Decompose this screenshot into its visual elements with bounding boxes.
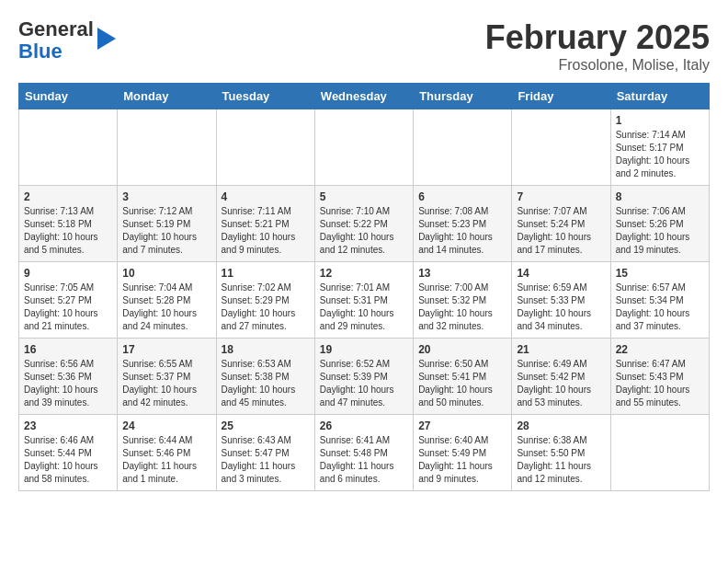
day-info: Sunrise: 7:06 AM Sunset: 5:26 PM Dayligh… [616, 206, 690, 255]
day-number: 28 [517, 419, 605, 432]
calendar-week-row: 23Sunrise: 6:46 AM Sunset: 5:44 PM Dayli… [19, 415, 710, 491]
calendar-day-cell: 22Sunrise: 6:47 AM Sunset: 5:43 PM Dayli… [610, 339, 709, 415]
weekday-header-cell: Thursday [414, 84, 512, 109]
day-number: 23 [24, 419, 112, 432]
day-number: 20 [418, 343, 506, 356]
calendar-week-row: 1Sunrise: 7:14 AM Sunset: 5:17 PM Daylig… [19, 109, 710, 186]
day-number: 26 [320, 419, 408, 432]
calendar-day-cell: 6Sunrise: 7:08 AM Sunset: 5:23 PM Daylig… [414, 186, 512, 262]
calendar-body: 1Sunrise: 7:14 AM Sunset: 5:17 PM Daylig… [19, 109, 710, 491]
calendar-day-cell [216, 109, 314, 186]
day-info: Sunrise: 6:55 AM Sunset: 5:37 PM Dayligh… [122, 359, 197, 408]
calendar-day-cell: 9Sunrise: 7:05 AM Sunset: 5:27 PM Daylig… [19, 262, 118, 339]
weekday-header-cell: Friday [512, 84, 610, 109]
day-info: Sunrise: 6:40 AM Sunset: 5:49 PM Dayligh… [418, 435, 493, 484]
calendar-table: SundayMondayTuesdayWednesdayThursdayFrid… [18, 83, 710, 491]
day-info: Sunrise: 7:02 AM Sunset: 5:29 PM Dayligh… [222, 282, 296, 331]
weekday-header-cell: Saturday [610, 84, 709, 109]
calendar-day-cell: 25Sunrise: 6:43 AM Sunset: 5:47 PM Dayli… [216, 415, 314, 491]
day-number: 2 [24, 190, 112, 203]
weekday-header-cell: Tuesday [216, 84, 314, 109]
day-number: 1 [616, 114, 704, 127]
calendar-day-cell: 16Sunrise: 6:56 AM Sunset: 5:36 PM Dayli… [19, 339, 118, 415]
day-number: 13 [418, 267, 506, 280]
title-area: February 2025 Frosolone, Molise, Italy [485, 18, 710, 74]
day-number: 6 [418, 190, 506, 203]
day-info: Sunrise: 7:05 AM Sunset: 5:27 PM Dayligh… [24, 282, 98, 331]
logo-general: General [18, 17, 94, 40]
calendar-day-cell: 28Sunrise: 6:38 AM Sunset: 5:50 PM Dayli… [512, 415, 610, 491]
day-number: 7 [517, 190, 605, 203]
day-info: Sunrise: 6:57 AM Sunset: 5:34 PM Dayligh… [616, 282, 690, 331]
day-number: 18 [222, 343, 310, 356]
calendar-day-cell: 8Sunrise: 7:06 AM Sunset: 5:26 PM Daylig… [610, 186, 709, 262]
day-number: 15 [616, 267, 704, 280]
day-info: Sunrise: 7:07 AM Sunset: 5:24 PM Dayligh… [517, 206, 591, 255]
day-info: Sunrise: 7:14 AM Sunset: 5:17 PM Dayligh… [616, 130, 690, 178]
weekday-header-cell: Sunday [19, 84, 118, 109]
calendar-day-cell: 27Sunrise: 6:40 AM Sunset: 5:49 PM Dayli… [414, 415, 512, 491]
calendar-day-cell: 7Sunrise: 7:07 AM Sunset: 5:24 PM Daylig… [512, 186, 610, 262]
logo-arrow-icon [97, 28, 116, 50]
calendar-week-row: 2Sunrise: 7:13 AM Sunset: 5:18 PM Daylig… [19, 186, 710, 262]
day-info: Sunrise: 6:43 AM Sunset: 5:47 PM Dayligh… [222, 435, 296, 484]
calendar-day-cell [414, 109, 512, 186]
day-info: Sunrise: 7:11 AM Sunset: 5:21 PM Dayligh… [222, 206, 296, 255]
day-info: Sunrise: 6:47 AM Sunset: 5:43 PM Dayligh… [616, 359, 690, 408]
calendar-day-cell: 24Sunrise: 6:44 AM Sunset: 5:46 PM Dayli… [118, 415, 216, 491]
day-info: Sunrise: 6:38 AM Sunset: 5:50 PM Dayligh… [517, 435, 591, 484]
calendar-day-cell: 2Sunrise: 7:13 AM Sunset: 5:18 PM Daylig… [19, 186, 118, 262]
calendar-day-cell [314, 109, 413, 186]
calendar-day-cell [512, 109, 610, 186]
logo: General Blue [18, 18, 116, 63]
calendar-day-cell: 21Sunrise: 6:49 AM Sunset: 5:42 PM Dayli… [512, 339, 610, 415]
day-info: Sunrise: 7:01 AM Sunset: 5:31 PM Dayligh… [320, 282, 394, 331]
day-number: 9 [24, 267, 112, 280]
day-number: 19 [320, 343, 408, 356]
calendar-day-cell: 11Sunrise: 7:02 AM Sunset: 5:29 PM Dayli… [216, 262, 314, 339]
day-number: 3 [122, 190, 210, 203]
calendar-day-cell: 18Sunrise: 6:53 AM Sunset: 5:38 PM Dayli… [216, 339, 314, 415]
day-info: Sunrise: 6:59 AM Sunset: 5:33 PM Dayligh… [517, 282, 591, 331]
calendar-day-cell: 3Sunrise: 7:12 AM Sunset: 5:19 PM Daylig… [118, 186, 216, 262]
calendar-week-row: 9Sunrise: 7:05 AM Sunset: 5:27 PM Daylig… [19, 262, 710, 339]
day-info: Sunrise: 6:56 AM Sunset: 5:36 PM Dayligh… [24, 359, 98, 408]
day-number: 22 [616, 343, 704, 356]
day-number: 24 [122, 419, 210, 432]
calendar-day-cell: 20Sunrise: 6:50 AM Sunset: 5:41 PM Dayli… [414, 339, 512, 415]
weekday-header-cell: Monday [118, 84, 216, 109]
calendar-day-cell: 23Sunrise: 6:46 AM Sunset: 5:44 PM Dayli… [19, 415, 118, 491]
calendar-day-cell: 15Sunrise: 6:57 AM Sunset: 5:34 PM Dayli… [610, 262, 709, 339]
day-number: 10 [122, 267, 210, 280]
day-number: 27 [418, 419, 506, 432]
day-info: Sunrise: 6:44 AM Sunset: 5:46 PM Dayligh… [122, 435, 197, 484]
day-info: Sunrise: 7:10 AM Sunset: 5:22 PM Dayligh… [320, 206, 394, 255]
calendar-week-row: 16Sunrise: 6:56 AM Sunset: 5:36 PM Dayli… [19, 339, 710, 415]
calendar-day-cell: 12Sunrise: 7:01 AM Sunset: 5:31 PM Dayli… [314, 262, 413, 339]
calendar-day-cell: 1Sunrise: 7:14 AM Sunset: 5:17 PM Daylig… [610, 109, 709, 186]
day-info: Sunrise: 7:13 AM Sunset: 5:18 PM Dayligh… [24, 206, 98, 255]
calendar-day-cell: 19Sunrise: 6:52 AM Sunset: 5:39 PM Dayli… [314, 339, 413, 415]
day-info: Sunrise: 6:41 AM Sunset: 5:48 PM Dayligh… [320, 435, 394, 484]
day-number: 8 [616, 190, 704, 203]
day-info: Sunrise: 6:52 AM Sunset: 5:39 PM Dayligh… [320, 359, 394, 408]
day-number: 4 [222, 190, 310, 203]
day-number: 17 [122, 343, 210, 356]
page-header: General Blue February 2025 Frosolone, Mo… [18, 18, 710, 74]
day-number: 14 [517, 267, 605, 280]
day-info: Sunrise: 7:00 AM Sunset: 5:32 PM Dayligh… [418, 282, 493, 331]
day-number: 21 [517, 343, 605, 356]
day-number: 11 [222, 267, 310, 280]
calendar-day-cell: 10Sunrise: 7:04 AM Sunset: 5:28 PM Dayli… [118, 262, 216, 339]
day-info: Sunrise: 6:49 AM Sunset: 5:42 PM Dayligh… [517, 359, 591, 408]
calendar-day-cell [118, 109, 216, 186]
weekday-header-row: SundayMondayTuesdayWednesdayThursdayFrid… [19, 84, 710, 109]
day-info: Sunrise: 7:04 AM Sunset: 5:28 PM Dayligh… [122, 282, 197, 331]
day-info: Sunrise: 6:50 AM Sunset: 5:41 PM Dayligh… [418, 359, 493, 408]
day-number: 25 [222, 419, 310, 432]
calendar-day-cell [610, 415, 709, 491]
day-number: 12 [320, 267, 408, 280]
day-info: Sunrise: 7:08 AM Sunset: 5:23 PM Dayligh… [418, 206, 493, 255]
calendar-day-cell: 26Sunrise: 6:41 AM Sunset: 5:48 PM Dayli… [314, 415, 413, 491]
logo-text: General Blue [18, 18, 94, 63]
